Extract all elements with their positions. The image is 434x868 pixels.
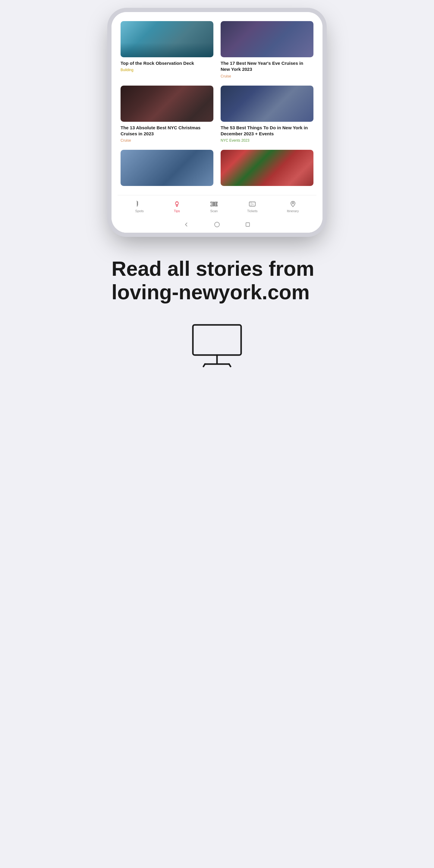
- tips-icon: [173, 200, 181, 208]
- article-card-best-things[interactable]: The 53 Best Things To Do in New York in …: [221, 86, 313, 143]
- android-recents-button[interactable]: [244, 221, 251, 228]
- nav-label-tips: Tips: [174, 209, 180, 213]
- phone-wrapper: Top of the Rock Observation Deck Buildin…: [99, 0, 335, 233]
- phone-screen: Top of the Rock Observation Deck Buildin…: [112, 12, 322, 233]
- article-image-best-things: [221, 86, 313, 122]
- article-grid: Top of the Rock Observation Deck Buildin…: [118, 18, 316, 195]
- article-title-christmas-cruise: The 13 Absolute Best NYC Christmas Cruis…: [121, 125, 213, 137]
- svg-point-14: [292, 203, 293, 204]
- svg-rect-16: [246, 223, 250, 226]
- svg-point-15: [215, 222, 219, 227]
- article-title-top-rock: Top of the Rock Observation Deck: [121, 60, 213, 66]
- tagline-line1: Read all stories from: [112, 257, 314, 280]
- spots-icon: [135, 200, 144, 208]
- svg-line-20: [204, 364, 205, 367]
- android-nav: [118, 217, 316, 233]
- nav-label-itinerary: Itinerary: [287, 209, 299, 213]
- monitor-icon-wrapper: [112, 322, 322, 370]
- article-category-best-things: NYC Events 2023: [221, 138, 313, 143]
- article-title-nye-cruise: The 17 Best New Year's Eve Cruises in Ne…: [221, 60, 313, 73]
- tagline-line2: loving-newyork.com: [112, 281, 310, 304]
- svg-rect-9: [215, 202, 216, 206]
- nav-item-scan[interactable]: Scan: [207, 199, 221, 214]
- scan-icon: [210, 200, 218, 208]
- article-category-christmas-cruise: Cruise: [121, 138, 213, 143]
- article-image-christmas-cruise: [121, 86, 213, 122]
- article-card-brooklyn[interactable]: [121, 150, 213, 189]
- nav-item-spots[interactable]: Spots: [132, 199, 147, 214]
- nav-label-spots: Spots: [135, 209, 144, 213]
- android-home-button[interactable]: [214, 221, 220, 228]
- article-category-nye-cruise: Cruise: [221, 74, 313, 79]
- nav-label-scan: Scan: [210, 209, 218, 213]
- monitor-icon: [190, 322, 244, 370]
- article-image-top-rock: [121, 21, 213, 57]
- article-category-top-rock: Building: [121, 68, 213, 72]
- tickets-icon: %: [248, 200, 256, 208]
- svg-rect-10: [217, 202, 217, 206]
- article-card-christmas-cruise[interactable]: The 13 Absolute Best NYC Christmas Cruis…: [121, 86, 213, 143]
- svg-rect-6: [211, 202, 213, 206]
- nav-item-itinerary[interactable]: Itinerary: [284, 199, 302, 214]
- svg-rect-8: [214, 202, 215, 206]
- article-card-nye-cruise[interactable]: The 17 Best New Year's Eve Cruises in Ne…: [221, 21, 313, 79]
- svg-rect-17: [193, 325, 241, 355]
- svg-rect-7: [213, 202, 214, 206]
- tagline-text: Read all stories from loving-newyork.com: [112, 257, 322, 304]
- below-phone-section: Read all stories from loving-newyork.com: [99, 233, 335, 388]
- svg-text:%: %: [252, 203, 253, 205]
- phone-mockup: Top of the Rock Observation Deck Buildin…: [112, 12, 322, 233]
- nav-item-tips[interactable]: Tips: [170, 199, 184, 214]
- nav-item-tickets[interactable]: % Tickets: [244, 199, 260, 214]
- itinerary-icon: [289, 200, 297, 208]
- nav-label-tickets: Tickets: [247, 209, 257, 213]
- article-image-brooklyn: [121, 150, 213, 186]
- article-image-nye-cruise: [221, 21, 313, 57]
- article-image-plaid: [221, 150, 313, 186]
- bottom-nav: Spots Tips: [118, 195, 316, 217]
- svg-line-21: [229, 364, 230, 367]
- article-title-best-things: The 53 Best Things To Do in New York in …: [221, 125, 313, 137]
- article-card-top-rock[interactable]: Top of the Rock Observation Deck Buildin…: [121, 21, 213, 79]
- android-back-button[interactable]: [183, 221, 190, 228]
- article-card-plaid[interactable]: [221, 150, 313, 189]
